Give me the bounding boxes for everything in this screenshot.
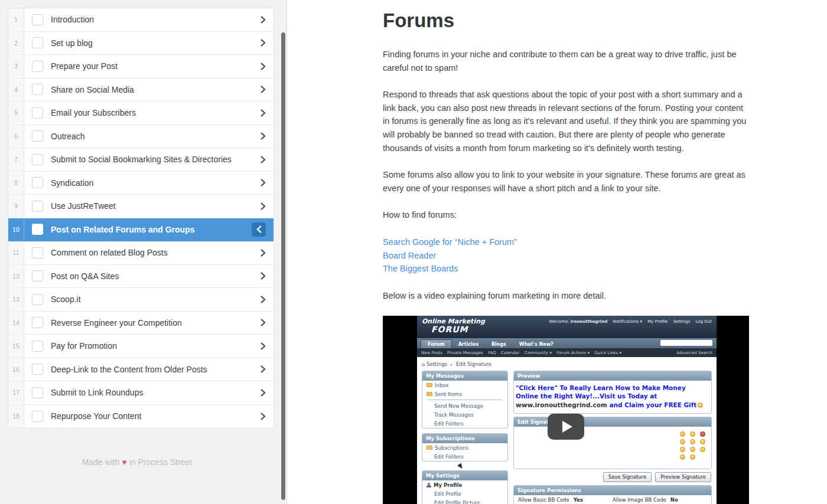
- chevron-right-icon[interactable]: [261, 39, 266, 47]
- my-profile-link: My Profile: [647, 319, 668, 324]
- task-checkbox[interactable]: [32, 37, 43, 48]
- task-number: 17: [8, 381, 24, 404]
- task-checkbox[interactable]: [32, 177, 43, 188]
- task-checkbox[interactable]: [32, 341, 43, 352]
- signature-preview-text: "Click Here" To Really Learn How to Make…: [514, 381, 711, 413]
- task-label: Syndication: [51, 178, 261, 188]
- chevron-right-icon[interactable]: [261, 179, 266, 186]
- chevron-right-icon[interactable]: [261, 342, 266, 350]
- task-row[interactable]: 8 Syndication: [8, 172, 274, 195]
- task-checkbox[interactable]: [32, 317, 43, 328]
- chevron-right-icon[interactable]: [261, 389, 266, 397]
- task-number: 1: [8, 8, 24, 31]
- task-checkbox[interactable]: [32, 294, 43, 305]
- link-biggest-boards[interactable]: The Biggest Boards: [383, 262, 750, 276]
- chevron-right-icon[interactable]: [261, 109, 266, 117]
- chevron-right-icon[interactable]: [261, 272, 266, 280]
- track-messages-link: Track Messages: [434, 412, 474, 418]
- forum-logo: FORUM: [431, 325, 485, 334]
- task-checkbox[interactable]: [32, 364, 43, 375]
- task-label: Prepare your Post: [51, 61, 261, 71]
- task-checkbox[interactable]: [32, 84, 43, 95]
- panel-title: Preview: [514, 371, 711, 381]
- task-row-selected[interactable]: 10 Post on Related Forums and Groups: [8, 218, 274, 242]
- subnav-faq: FAQ: [488, 351, 496, 355]
- paragraph: Finding forums in your niche and contrib…: [383, 48, 750, 74]
- chevron-right-icon[interactable]: [261, 413, 266, 420]
- task-number: 15: [8, 335, 24, 358]
- chevron-right-icon[interactable]: [261, 365, 266, 373]
- smiley-icon: [690, 447, 695, 452]
- page-title: Forums: [383, 9, 750, 32]
- task-number: 16: [8, 358, 24, 381]
- task-number: 7: [8, 148, 24, 171]
- task-checkbox[interactable]: [32, 61, 43, 72]
- task-row[interactable]: 11 Comment on related Blog Posts: [8, 241, 274, 265]
- youtube-video-embed[interactable]: Online Marketing FORUM Welcome,ironoutth…: [383, 316, 749, 504]
- task-label: Share on Social Media: [51, 85, 261, 94]
- task-row[interactable]: 12 Post on Q&A Sites: [8, 265, 274, 289]
- notifications-link: Notifications ▾: [613, 319, 642, 324]
- task-row[interactable]: 13 Scoop.it: [8, 288, 274, 312]
- sent-items-link: Sent Items: [435, 391, 462, 397]
- link-search-google[interactable]: Search Google for “Niche + Forum”: [383, 235, 750, 249]
- chevron-right-icon[interactable]: [261, 319, 266, 326]
- task-row[interactable]: 6 Outreach: [8, 125, 274, 149]
- divider: [428, 400, 502, 400]
- chevron-right-icon[interactable]: [261, 63, 266, 70]
- task-number: 4: [8, 78, 24, 102]
- task-row[interactable]: 18 Repurpose Your Content: [8, 405, 274, 428]
- sidebar-scrollbar-thumb[interactable]: [281, 32, 285, 500]
- chevron-right-icon[interactable]: [261, 249, 266, 257]
- task-label: Submit to Link Roundups: [51, 388, 261, 397]
- task-row[interactable]: 9 Use JustReTweet: [8, 195, 274, 218]
- chevron-right-icon[interactable]: [261, 296, 266, 303]
- task-row[interactable]: 4 Share on Social Media: [8, 78, 274, 102]
- chevron-right-icon[interactable]: [261, 202, 266, 210]
- task-checkbox[interactable]: [32, 411, 43, 422]
- task-row[interactable]: 15 Pay for Promotion: [8, 335, 274, 358]
- link-board-reader[interactable]: Board Reader: [383, 249, 750, 263]
- chevron-right-icon[interactable]: [261, 132, 266, 140]
- task-checkbox[interactable]: [32, 224, 43, 235]
- play-button[interactable]: [548, 414, 584, 440]
- chevron-right-icon[interactable]: [261, 16, 266, 24]
- signature-url: www.ironoutthegrind.com: [516, 401, 607, 408]
- task-row[interactable]: 14 Reverse Engineer your Competition: [8, 312, 274, 335]
- chevron-right-icon[interactable]: [261, 156, 266, 163]
- chevron-right-icon[interactable]: [261, 86, 266, 93]
- task-row[interactable]: 2 Set up blog: [8, 32, 274, 55]
- panel-title: Edit Signature: [514, 417, 711, 427]
- task-row[interactable]: 3 Prepare your Post: [8, 55, 274, 78]
- task-row[interactable]: 17 Submit to Link Roundups: [8, 381, 274, 405]
- task-label: Scoop.it: [51, 294, 261, 304]
- home-icon: ⌂: [422, 361, 425, 367]
- signature-text: "Click Here" To Really Learn How to Make…: [516, 384, 686, 400]
- permissions-right-column: Allow Image BB CodeNo Allow Video BB Cod…: [613, 497, 707, 504]
- task-row[interactable]: 16 Deep-Link to the Content from Older P…: [8, 358, 274, 382]
- task-checkbox[interactable]: [32, 14, 43, 25]
- panel-title: My Settings: [422, 471, 507, 480]
- task-row[interactable]: 5 Email your Subscribers: [8, 102, 274, 125]
- task-number: 9: [8, 195, 24, 218]
- task-checkbox[interactable]: [32, 154, 43, 165]
- task-checkbox[interactable]: [32, 107, 43, 119]
- task-label: Deep-Link to the Content from Older Post…: [51, 365, 261, 374]
- task-row[interactable]: 7 Submit to Social Bookmarking Sites & D…: [8, 148, 274, 172]
- permission-label: Allow Basic BB Code: [518, 497, 569, 504]
- task-row[interactable]: 1 Introduction: [8, 8, 274, 32]
- task-list: 1 Introduction 2 Set up blog 3 Prepare y…: [8, 8, 274, 428]
- my-messages-panel: My Messages Inbox Sent Items Send New Me…: [422, 371, 508, 428]
- task-checkbox[interactable]: [32, 247, 43, 258]
- task-checkbox[interactable]: [32, 387, 43, 398]
- task-checkbox[interactable]: [32, 201, 43, 212]
- signature-text: and Claim your FREE Gift: [607, 401, 696, 408]
- signature-buttons: Save Signature Preview Signature: [514, 472, 711, 482]
- task-checkbox[interactable]: [32, 130, 43, 142]
- task-number: 3: [8, 55, 24, 78]
- task-checkbox[interactable]: [32, 270, 43, 282]
- task-number: 8: [8, 172, 24, 195]
- collapse-chevron-left-button[interactable]: [252, 222, 266, 237]
- send-new-message-link: Send New Message: [434, 403, 483, 409]
- smiley-icon: [680, 439, 685, 444]
